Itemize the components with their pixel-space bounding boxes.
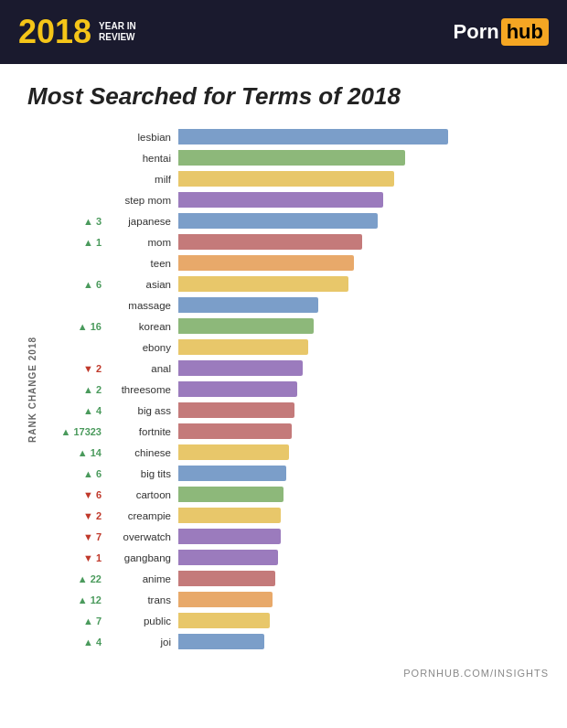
bar <box>178 592 273 607</box>
term-label: creampie <box>105 510 178 521</box>
rank-change-label: ▲ 16 <box>41 321 105 332</box>
term-label: joi <box>105 637 178 648</box>
chart-row: ▲ 14chinese <box>41 443 540 462</box>
chart-row: ▲ 12trans <box>41 590 540 609</box>
bar-container <box>178 253 540 273</box>
bar-container <box>178 590 540 609</box>
bar <box>178 339 308 355</box>
chart-row: massage <box>41 295 540 315</box>
bar-container <box>178 148 540 167</box>
chart-row: ▲ 2threesome <box>41 380 540 399</box>
bar-container <box>178 527 540 546</box>
term-label: step mom <box>105 195 178 206</box>
rank-change-label: ▼ 2 <box>41 363 105 374</box>
rank-change-label: ▲ 4 <box>41 405 105 416</box>
term-label: japanese <box>105 216 178 227</box>
term-label: anime <box>105 573 178 584</box>
bar <box>178 255 354 271</box>
bar-container <box>178 274 540 294</box>
bar-container <box>178 632 540 651</box>
bar <box>178 508 281 523</box>
chart-row: hentai <box>41 148 540 167</box>
term-label: big ass <box>105 405 178 416</box>
bar <box>178 297 318 313</box>
term-label: overwatch <box>105 531 178 542</box>
term-label: hentai <box>105 153 178 164</box>
bar-container <box>178 548 540 567</box>
bar-container <box>178 422 540 441</box>
bar-container <box>178 232 540 252</box>
bar-container <box>178 569 540 588</box>
bar <box>178 129 448 145</box>
bar-container <box>178 401 540 420</box>
rank-change-label: ▲ 2 <box>41 384 105 395</box>
y-axis-label: RANK CHANGE 2018 <box>27 127 37 651</box>
chart-row: ▼ 1gangbang <box>41 548 540 567</box>
rank-change-label: ▲ 17323 <box>41 426 105 437</box>
chart-row: ▲ 1mom <box>41 232 540 252</box>
term-label: teen <box>105 258 178 269</box>
chart-row: lesbian <box>41 127 540 146</box>
bar-container <box>178 485 540 504</box>
bar <box>178 423 292 439</box>
bar-container <box>178 190 540 209</box>
rank-change-label: ▲ 4 <box>41 637 105 648</box>
chart-row: ▲ 17323fortnite <box>41 422 540 441</box>
term-label: milf <box>105 174 178 185</box>
chart-row: ▲ 3japanese <box>41 211 540 230</box>
bar-container <box>178 611 540 630</box>
chart-row: ▼ 2creampie <box>41 506 540 525</box>
logo-hub: hub <box>501 18 549 46</box>
bar-container <box>178 506 540 525</box>
bar-container <box>178 359 540 378</box>
chart-row: ebony <box>41 337 540 357</box>
bar <box>178 171 394 187</box>
rank-change-label: ▲ 3 <box>41 216 105 227</box>
term-label: ebony <box>105 342 178 353</box>
bar <box>178 213 378 229</box>
bar <box>178 571 275 586</box>
term-label: fortnite <box>105 426 178 437</box>
term-label: gangbang <box>105 552 178 563</box>
chart-row: step mom <box>41 190 540 209</box>
term-label: cartoon <box>105 489 178 500</box>
pornhub-logo: Porn hub <box>454 18 549 46</box>
chart-row: ▲ 7public <box>41 611 540 630</box>
bar <box>178 487 284 502</box>
bar-container <box>178 295 540 315</box>
term-label: lesbian <box>105 132 178 143</box>
logo-porn: Porn <box>454 20 499 44</box>
chart-row: ▼ 2anal <box>41 359 540 378</box>
rank-change-label: ▲ 6 <box>41 279 105 290</box>
chart-row: ▲ 6asian <box>41 274 540 294</box>
chart-row: ▲ 6big tits <box>41 464 540 483</box>
year-number: 2018 <box>18 16 91 48</box>
chart-row: milf <box>41 169 540 188</box>
bar <box>178 444 289 460</box>
chart-row: ▼ 7overwatch <box>41 527 540 546</box>
term-label: trans <box>105 594 178 605</box>
term-label: chinese <box>105 447 178 458</box>
bar <box>178 613 270 628</box>
term-label: massage <box>105 300 178 311</box>
rank-change-label: ▲ 7 <box>41 616 105 626</box>
rank-change-label: ▲ 1 <box>41 237 105 248</box>
term-label: big tits <box>105 468 178 479</box>
year-badge: 2018 YEAR INREVIEW <box>18 16 136 48</box>
bar <box>178 402 294 418</box>
term-label: threesome <box>105 384 178 395</box>
chart-row: ▲ 22anime <box>41 569 540 588</box>
bar <box>178 381 297 397</box>
bar <box>178 276 348 292</box>
bar <box>178 466 286 481</box>
rank-change-label: ▼ 7 <box>41 531 105 542</box>
bar <box>178 634 264 649</box>
term-label: asian <box>105 279 178 290</box>
chart-title: Most Searched for Terms of 2018 <box>27 82 540 111</box>
term-label: mom <box>105 237 178 248</box>
bar <box>178 192 383 208</box>
bar-container <box>178 337 540 357</box>
term-label: anal <box>105 363 178 374</box>
chart-row: ▲ 4joi <box>41 632 540 651</box>
rank-change-label: ▲ 14 <box>41 447 105 458</box>
